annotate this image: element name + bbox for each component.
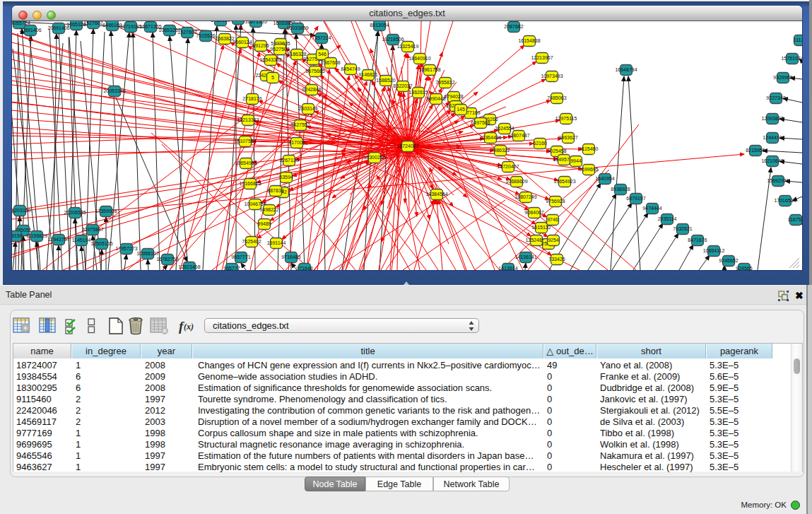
svg-text:(x): (x) bbox=[184, 322, 194, 332]
svg-text:9944: 9944 bbox=[570, 158, 582, 163]
svg-text:9329965: 9329965 bbox=[773, 75, 792, 80]
svg-text:8186328: 8186328 bbox=[287, 52, 306, 57]
svg-text:2087682: 2087682 bbox=[504, 24, 523, 29]
svg-text:10973493: 10973493 bbox=[541, 74, 563, 78]
svg-text:99159: 99159 bbox=[12, 233, 23, 238]
svg-text:7632621: 7632621 bbox=[673, 226, 692, 231]
svg-text:6497568: 6497568 bbox=[471, 120, 490, 125]
svg-text:9254: 9254 bbox=[548, 238, 559, 243]
svg-text:9245652: 9245652 bbox=[719, 258, 738, 263]
svg-text:19218506: 19218506 bbox=[382, 37, 404, 42]
svg-text:16543382: 16543382 bbox=[259, 57, 281, 62]
svg-text:99489: 99489 bbox=[257, 221, 271, 226]
svg-text:18300295: 18300295 bbox=[363, 155, 385, 160]
svg-text:965777: 965777 bbox=[223, 266, 240, 270]
svg-text:9657771: 9657771 bbox=[231, 255, 250, 259]
svg-text:53594: 53594 bbox=[279, 175, 293, 180]
svg-text:62160: 62160 bbox=[533, 141, 547, 146]
svg-text:8813054: 8813054 bbox=[370, 23, 389, 28]
svg-text:12823468: 12823468 bbox=[178, 264, 200, 269]
svg-text:9498222: 9498222 bbox=[259, 207, 278, 212]
svg-text:10807487: 10807487 bbox=[507, 133, 529, 138]
svg-text:6794028: 6794028 bbox=[444, 94, 463, 99]
svg-text:17016504: 17016504 bbox=[774, 198, 796, 203]
svg-text:9756928: 9756928 bbox=[546, 199, 565, 204]
svg-text:5: 5 bbox=[271, 75, 274, 80]
svg-text:5675685: 5675685 bbox=[305, 69, 324, 74]
svg-text:16210643: 16210643 bbox=[761, 158, 783, 163]
svg-text:2803144: 2803144 bbox=[298, 106, 317, 111]
svg-text:1244419: 1244419 bbox=[763, 135, 782, 140]
svg-text:1615132: 1615132 bbox=[531, 225, 551, 230]
svg-text:733426: 733426 bbox=[548, 257, 565, 262]
svg-text:20206535: 20206535 bbox=[64, 210, 86, 215]
svg-text:1527602: 1527602 bbox=[83, 21, 102, 25]
svg-text:16961758: 16961758 bbox=[418, 67, 440, 72]
svg-text:11325419: 11325419 bbox=[397, 44, 419, 49]
svg-text:19654923: 19654923 bbox=[553, 179, 575, 184]
svg-text:6879197: 6879197 bbox=[626, 196, 645, 201]
svg-text:417006: 417006 bbox=[288, 140, 305, 145]
svg-text:9463627: 9463627 bbox=[558, 135, 577, 140]
svg-text:8454749: 8454749 bbox=[341, 66, 360, 71]
svg-text:1362615: 1362615 bbox=[408, 90, 428, 95]
svg-text:924565: 924565 bbox=[736, 266, 752, 270]
svg-text:8938928: 8938928 bbox=[611, 187, 630, 192]
svg-text:17359928: 17359928 bbox=[95, 209, 117, 214]
svg-text:19384554: 19384554 bbox=[425, 192, 447, 197]
svg-text:7663822: 7663822 bbox=[215, 36, 234, 41]
svg-text:9115460: 9115460 bbox=[579, 146, 599, 151]
svg-text:145: 145 bbox=[457, 107, 465, 112]
svg-text:9242848: 9242848 bbox=[302, 87, 321, 92]
svg-text:9660124: 9660124 bbox=[233, 40, 252, 45]
svg-text:9025458: 9025458 bbox=[547, 148, 566, 153]
svg-text:7485063: 7485063 bbox=[547, 95, 566, 100]
svg-text:16782759: 16782759 bbox=[156, 257, 178, 262]
svg-text:7515526: 7515526 bbox=[196, 33, 215, 38]
svg-text:19166825: 19166825 bbox=[239, 181, 261, 186]
svg-text:10719185: 10719185 bbox=[119, 24, 141, 29]
svg-text:9146821: 9146821 bbox=[358, 72, 377, 77]
svg-text:7986322: 7986322 bbox=[490, 148, 510, 153]
svg-text:15720407: 15720407 bbox=[497, 164, 519, 169]
svg-text:16154838: 16154838 bbox=[518, 38, 540, 43]
svg-text:9699695: 9699695 bbox=[579, 167, 598, 172]
svg-text:1145194: 1145194 bbox=[72, 238, 91, 243]
svg-text:20364436: 20364436 bbox=[479, 135, 501, 140]
svg-text:3267130: 3267130 bbox=[279, 158, 298, 163]
svg-text:12093822: 12093822 bbox=[761, 116, 783, 121]
svg-text:1640954: 1640954 bbox=[595, 176, 614, 181]
svg-text:10046758: 10046758 bbox=[244, 201, 266, 206]
svg-text:10688609: 10688609 bbox=[505, 179, 527, 184]
svg-text:9716485: 9716485 bbox=[281, 255, 300, 259]
svg-text:8215955: 8215955 bbox=[746, 148, 765, 153]
svg-text:18724007: 18724007 bbox=[396, 144, 418, 148]
svg-text:2367608: 2367608 bbox=[321, 60, 340, 65]
svg-text:9084067: 9084067 bbox=[524, 210, 543, 215]
svg-text:2935114: 2935114 bbox=[658, 216, 677, 221]
svg-text:20053346: 20053346 bbox=[103, 88, 125, 93]
svg-text:12942757: 12942757 bbox=[47, 237, 69, 242]
svg-text:12213383: 12213383 bbox=[237, 117, 259, 122]
svg-text:14136141: 14136141 bbox=[514, 255, 536, 259]
svg-text:1413614: 1413614 bbox=[498, 266, 517, 270]
svg-text:8322037: 8322037 bbox=[393, 83, 412, 88]
svg-text:16648784: 16648784 bbox=[615, 67, 637, 72]
svg-text:19654985: 19654985 bbox=[235, 160, 257, 165]
svg-text:8471676: 8471676 bbox=[688, 238, 707, 243]
svg-text:887833: 887833 bbox=[267, 188, 283, 193]
svg-text:15751074: 15751074 bbox=[781, 56, 802, 61]
svg-text:15692971: 15692971 bbox=[767, 178, 789, 183]
svg-text:6466160: 6466160 bbox=[211, 21, 230, 23]
svg-text:971648: 971648 bbox=[296, 266, 312, 270]
svg-text:9474444: 9474444 bbox=[642, 206, 661, 211]
svg-text:20975887: 20975887 bbox=[81, 227, 103, 232]
svg-text:17957273: 17957273 bbox=[115, 246, 137, 251]
svg-text:11123: 11123 bbox=[794, 37, 802, 42]
svg-text:16033809: 16033809 bbox=[286, 25, 308, 30]
svg-text:8427552: 8427552 bbox=[290, 122, 310, 127]
svg-text:1588520: 1588520 bbox=[376, 78, 395, 83]
svg-text:10958107: 10958107 bbox=[136, 251, 158, 256]
svg-text:9527503: 9527503 bbox=[270, 47, 289, 52]
svg-text:12505135: 12505135 bbox=[90, 241, 112, 246]
